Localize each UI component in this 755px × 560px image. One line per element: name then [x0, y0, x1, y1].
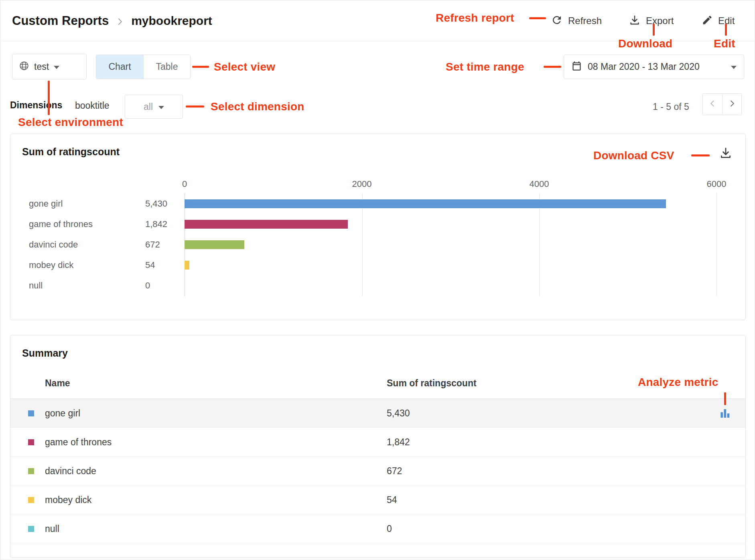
value-label: 1,842	[145, 219, 185, 229]
chevron-right-icon	[115, 17, 125, 26]
category-label: game of thrones	[29, 219, 145, 229]
value-label: 0	[145, 280, 185, 291]
annotation-line	[48, 81, 50, 115]
chart-rows: gone girl5,430game of thrones1,842davinc…	[10, 193, 745, 296]
breadcrumb-report-name: mybookreport	[131, 14, 212, 28]
table-row[interactable]: davinci code672	[10, 457, 745, 485]
download-csv-icon[interactable]	[719, 146, 733, 161]
legend-swatch	[28, 439, 34, 445]
annotation-line	[653, 24, 655, 36]
pagination-controls	[702, 93, 742, 115]
pencil-icon	[702, 14, 713, 27]
category-label: davinci code	[29, 239, 145, 250]
environment-label: test	[34, 61, 49, 72]
dimensions-label: Dimensions	[10, 100, 62, 111]
chart-row: gone girl5,430	[10, 193, 745, 214]
edit-button[interactable]: Edit	[702, 0, 735, 41]
caret-down-icon	[54, 66, 59, 69]
refresh-label: Refresh	[568, 15, 602, 26]
analyze-metric-icon[interactable]	[719, 407, 731, 421]
category-label: null	[29, 280, 145, 291]
breadcrumb-custom-reports[interactable]: Custom Reports	[12, 14, 109, 28]
bar[interactable]	[185, 220, 348, 229]
annotation-line	[724, 392, 726, 405]
breadcrumb: Custom Reports mybookreport	[12, 0, 212, 41]
axis-tick-label: 6000	[707, 179, 727, 189]
annotation-line	[725, 24, 727, 36]
table-row[interactable]: gone girl5,430	[10, 399, 745, 428]
table-row[interactable]: null0	[10, 514, 745, 543]
row-value: 672	[387, 466, 402, 477]
row-name: gone girl	[45, 408, 80, 419]
dimension-filter-value: all	[144, 101, 153, 112]
row-name: mobey dick	[45, 495, 91, 505]
bar-track	[185, 281, 716, 290]
row-value: 54	[387, 495, 397, 505]
chart-row: null0	[10, 276, 745, 296]
chart-title: Sum of ratingscount	[22, 146, 120, 158]
date-range-label: 08 Mar 2020 - 13 Mar 2020	[588, 61, 725, 72]
legend-swatch	[28, 468, 34, 474]
bar-track	[185, 220, 716, 229]
category-label: gone girl	[29, 199, 145, 209]
row-name: null	[45, 523, 59, 534]
bar[interactable]	[185, 261, 189, 270]
row-name: game of thrones	[45, 437, 112, 448]
chart-row: mobey dick54	[10, 255, 745, 276]
previous-page-button[interactable]	[703, 94, 722, 115]
value-label: 672	[145, 239, 185, 250]
refresh-icon	[551, 14, 563, 28]
column-header-name: Name	[45, 378, 70, 389]
category-label: mobey dick	[29, 260, 145, 270]
bar[interactable]	[185, 199, 666, 208]
globe-icon	[19, 61, 29, 73]
chevron-right-icon	[728, 99, 737, 110]
row-value: 0	[387, 523, 392, 534]
chart-row: game of thrones1,842	[10, 214, 745, 234]
annotation-set-time-range: Set time range	[446, 61, 524, 73]
annotation-select-view: Select view	[214, 61, 275, 73]
annotation-edit: Edit	[714, 37, 735, 50]
calendar-icon	[571, 61, 582, 73]
table-row[interactable]: game of thrones1,842	[10, 428, 745, 457]
pagination-range: 1 - 5 of 5	[653, 101, 689, 112]
summary-rows: gone girl5,430game of thrones1,842davinc…	[10, 398, 745, 543]
tab-chart[interactable]: Chart	[96, 55, 143, 79]
row-value: 1,842	[387, 437, 410, 448]
column-header-sum: Sum of ratingscount	[387, 378, 477, 389]
axis-tick-label: 0	[182, 179, 187, 189]
custom-report-page: Custom Reports mybookreport Refresh Expo…	[0, 0, 755, 560]
annotation-line	[186, 106, 204, 108]
summary-title: Summary	[22, 347, 68, 359]
header: Custom Reports mybookreport Refresh Expo…	[0, 0, 755, 41]
environment-dropdown[interactable]: test	[12, 54, 87, 79]
axis-tick-label: 2000	[352, 179, 372, 189]
tab-table[interactable]: Table	[143, 55, 190, 79]
refresh-button[interactable]: Refresh	[551, 0, 602, 41]
bar-track	[185, 240, 716, 249]
caret-down-icon	[731, 66, 737, 69]
annotation-select-dimension: Select dimension	[211, 100, 304, 113]
legend-swatch	[28, 526, 34, 532]
row-name: davinci code	[45, 466, 96, 477]
date-range-picker[interactable]: 08 Mar 2020 - 13 Mar 2020	[564, 55, 744, 79]
annotation-select-environment: Select environment	[18, 116, 123, 129]
annotation-line	[192, 66, 209, 68]
table-row[interactable]: mobey dick54	[10, 485, 745, 514]
download-icon	[629, 14, 641, 28]
chart-row: davinci code672	[10, 234, 745, 255]
bar[interactable]	[185, 240, 244, 249]
dimension-name: booktitle	[75, 100, 110, 111]
legend-swatch	[28, 497, 34, 503]
dimension-filter-dropdown[interactable]: all	[125, 95, 183, 119]
annotation-refresh-report: Refresh report	[436, 12, 514, 24]
annotation-download-csv: Download CSV	[593, 149, 674, 162]
row-value: 5,430	[387, 408, 410, 419]
caret-down-icon	[158, 106, 164, 109]
bar-track	[185, 261, 716, 270]
next-page-button[interactable]	[722, 94, 741, 115]
bar-track	[185, 199, 716, 208]
annotation-download: Download	[618, 37, 672, 50]
export-button[interactable]: Export	[629, 0, 674, 41]
annotation-analyze-metric: Analyze metric	[638, 376, 718, 389]
